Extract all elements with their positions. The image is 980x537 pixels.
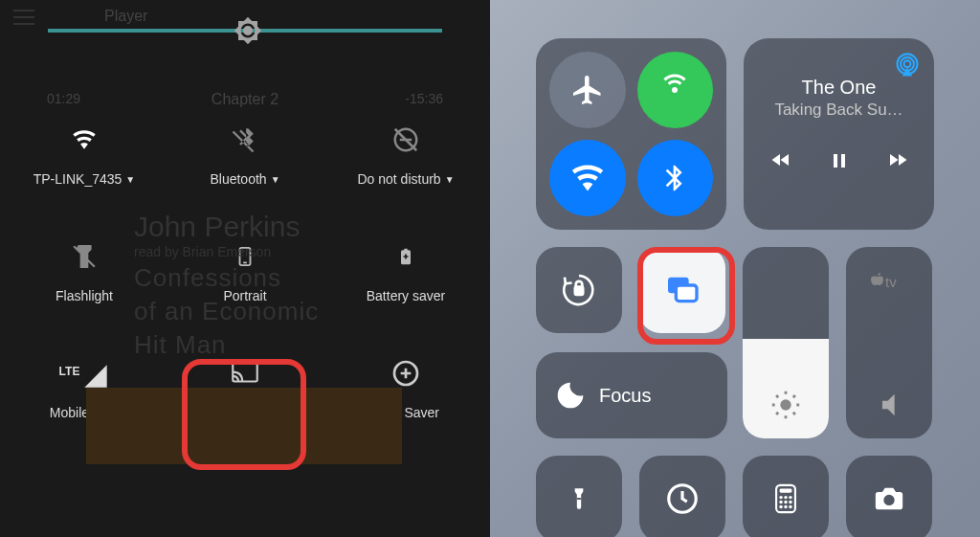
bluetooth-button[interactable] (637, 140, 714, 216)
highlight-cast (182, 359, 306, 470)
mobile-data-icon: LTE (59, 357, 110, 390)
music-widget[interactable]: The One Taking Back Su… (744, 38, 934, 230)
airplane-mode-button[interactable] (549, 52, 626, 128)
music-title: The One (757, 77, 921, 99)
tile-flashlight[interactable]: Flashlight (17, 240, 151, 303)
bg-title-3: Hit Man (134, 330, 227, 360)
calculator-button[interactable] (743, 456, 829, 537)
moon-icon (555, 380, 586, 411)
data-saver-icon (390, 357, 421, 390)
wifi-button[interactable] (549, 140, 626, 216)
chevron-down-icon: ▼ (125, 174, 135, 185)
brightness-slider[interactable] (48, 29, 442, 33)
battery-saver-label: Battery saver (367, 288, 445, 303)
svg-rect-14 (780, 488, 792, 492)
dnd-off-icon (391, 123, 420, 156)
ios-control-center: The One Taking Back Su… (490, 0, 980, 537)
forward-button[interactable] (881, 148, 914, 173)
focus-label: Focus (599, 385, 651, 407)
volume-slider[interactable]: tv (846, 247, 932, 438)
tile-bluetooth[interactable]: Bluetooth▼ (178, 123, 312, 187)
flashlight-label: Flashlight (56, 288, 113, 303)
focus-button[interactable]: Focus (536, 352, 727, 438)
menu-icon (13, 10, 34, 25)
tile-dnd[interactable]: Do not disturb▼ (339, 123, 473, 187)
brightness-handle-icon[interactable] (234, 16, 262, 45)
svg-point-22 (784, 505, 787, 508)
pause-button[interactable] (828, 148, 851, 173)
tile-wifi[interactable]: TP-LINK_7435▼ (17, 123, 151, 187)
timer-button[interactable] (639, 456, 725, 537)
svg-point-17 (789, 496, 791, 499)
chevron-down-icon: ▼ (271, 174, 280, 185)
wifi-label: TP-LINK_7435▼ (33, 171, 136, 187)
flashlight-button[interactable] (536, 456, 622, 537)
highlight-screen-mirroring (637, 247, 735, 345)
svg-text:tv: tv (885, 274, 897, 290)
svg-point-21 (779, 505, 782, 508)
svg-point-20 (789, 501, 791, 503)
bg-author: John Perkins (134, 211, 300, 243)
svg-rect-7 (575, 287, 583, 295)
svg-point-18 (779, 501, 782, 503)
dnd-label: Do not disturb▼ (357, 171, 454, 187)
bg-reader: read by Brian Emerson (134, 244, 271, 259)
svg-point-23 (789, 505, 791, 508)
flashlight-off-icon (72, 240, 97, 273)
camera-button[interactable] (846, 456, 932, 537)
chevron-down-icon: ▼ (445, 174, 455, 185)
brightness-slider[interactable] (743, 247, 829, 438)
android-quick-settings: Player 01:29 -15:36 Chapter 2 John Perki… (0, 0, 490, 537)
svg-point-19 (784, 501, 787, 503)
svg-point-10 (780, 399, 791, 410)
lte-badge: LTE (59, 365, 80, 378)
airplay-icon[interactable] (894, 52, 921, 78)
bg-title-2: of an Economic (134, 297, 319, 326)
brightness-icon (769, 389, 802, 421)
svg-point-16 (784, 496, 787, 499)
time-remaining: -15:36 (405, 91, 443, 106)
bluetooth-label: Bluetooth▼ (210, 171, 279, 187)
battery-saver-icon (396, 240, 415, 273)
svg-point-4 (904, 60, 911, 67)
tile-battery-saver[interactable]: Battery saver (339, 240, 473, 303)
time-elapsed: 01:29 (47, 91, 80, 106)
orientation-lock-button[interactable] (536, 247, 622, 333)
connectivity-group[interactable] (536, 38, 726, 230)
rewind-button[interactable] (765, 148, 797, 173)
svg-point-15 (779, 496, 782, 499)
cellular-data-button[interactable] (637, 52, 714, 128)
volume-icon (873, 389, 905, 421)
player-label: Player (104, 8, 147, 25)
bg-title-1: Confessions (134, 263, 281, 293)
music-artist: Taking Back Su… (757, 101, 921, 120)
apple-tv-icon: tv (868, 268, 910, 297)
wifi-icon (68, 123, 100, 156)
bluetooth-off-icon (232, 123, 258, 156)
chapter-label: Chapter 2 (212, 91, 278, 108)
